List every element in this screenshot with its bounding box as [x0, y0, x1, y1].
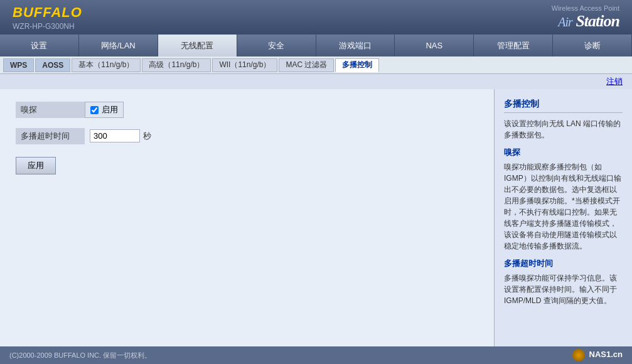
snooping-checkbox-container: 启用 — [85, 102, 124, 118]
snooping-checkbox-label: 启用 — [102, 104, 118, 115]
apply-button-row: 应用 — [16, 154, 478, 174]
help-snooping-text: 嗅探功能观察多播控制包（如IGMP）以控制向有线和无线端口输出不必要的数据包。选… — [504, 161, 623, 252]
nas-logo-circle — [572, 349, 585, 361]
airstation-area: Wireless Access Point Air Station — [552, 4, 619, 31]
sub-tabs: WPS AOSS 基本（11n/g/b） 高级（11n/g/b） WII（11n… — [0, 56, 632, 74]
help-timeout-text: 多播嗅探功能可保持学习信息。该设置将配置保持时间。输入不同于 IGMP/MLD … — [504, 272, 623, 306]
buffalo-logo: BUFFALO — [13, 4, 82, 21]
sub-tab-mac-filter[interactable]: MAC 过滤器 — [279, 58, 334, 72]
footer: (C)2000-2009 BUFFALO INC. 保留一切权利。 NAS1.c… — [0, 346, 632, 364]
tab-management[interactable]: 管理配置 — [474, 35, 553, 56]
timeout-label: 多播超时时间 — [16, 128, 85, 144]
footer-logo: NAS1.cn — [572, 349, 623, 361]
header: BUFFALO WZR-HP-G300NH Wireless Access Po… — [0, 0, 632, 35]
snooping-label: 嗅探 — [16, 102, 85, 118]
sub-tab-multicast[interactable]: 多播控制 — [335, 58, 379, 72]
sub-tab-basic[interactable]: 基本（11n/g/b） — [72, 58, 141, 72]
tab-security[interactable]: 安全 — [237, 35, 316, 56]
help-main-title: 多播控制 — [504, 99, 623, 113]
sub-tab-aoss[interactable]: AOSS — [35, 58, 70, 72]
apply-button[interactable]: 应用 — [16, 157, 56, 174]
tab-wireless[interactable]: 无线配置 — [158, 35, 237, 56]
nav-tabs: 设置 网络/LAN 无线配置 安全 游戏端口 NAS 管理配置 诊断 — [0, 35, 632, 56]
timeout-value-container: 秒 — [85, 127, 156, 144]
right-panel: 多播控制 该设置控制向无线 LAN 端口传输的多播数据包。 嗅探 嗅探功能观察多… — [494, 89, 632, 346]
sub-tab-wii[interactable]: WII（11n/g/b） — [212, 58, 277, 72]
logo-area: BUFFALO WZR-HP-G300NH — [13, 4, 82, 31]
model-name: WZR-HP-G300NH — [13, 22, 82, 31]
tab-network-lan[interactable]: 网络/LAN — [79, 35, 158, 56]
timeout-input[interactable] — [90, 129, 140, 142]
help-snooping-title: 嗅探 — [504, 147, 623, 158]
logout-bar: 注销 — [0, 74, 632, 89]
left-panel: 嗅探 启用 多播超时时间 秒 应用 — [0, 89, 494, 346]
snooping-row: 嗅探 启用 — [16, 102, 478, 118]
sub-tab-advanced[interactable]: 高级（11n/g/b） — [142, 58, 211, 72]
help-timeout-title: 多播超时时间 — [504, 258, 623, 269]
timeout-row: 多播超时时间 秒 — [16, 127, 478, 144]
airstation-logo: Air Station — [552, 12, 619, 31]
tab-diagnostics[interactable]: 诊断 — [553, 35, 632, 56]
logout-link[interactable]: 注销 — [606, 77, 623, 86]
footer-logo-text: NAS1.cn — [589, 350, 623, 359]
tab-nas[interactable]: NAS — [395, 35, 474, 56]
main-content: 嗅探 启用 多播超时时间 秒 应用 多播控制 该设置控制向无线 LAN 端口传输… — [0, 89, 632, 346]
footer-copyright: (C)2000-2009 BUFFALO INC. 保留一切权利。 — [9, 351, 151, 360]
help-main-text: 该设置控制向无线 LAN 端口传输的多播数据包。 — [504, 118, 623, 141]
snooping-checkbox[interactable] — [90, 106, 99, 114]
tab-gaming-port[interactable]: 游戏端口 — [316, 35, 395, 56]
sub-tab-wps[interactable]: WPS — [3, 58, 34, 72]
wireless-ap-text: Wireless Access Point — [552, 4, 619, 12]
tab-settings[interactable]: 设置 — [0, 35, 79, 56]
timeout-unit: 秒 — [143, 131, 151, 142]
